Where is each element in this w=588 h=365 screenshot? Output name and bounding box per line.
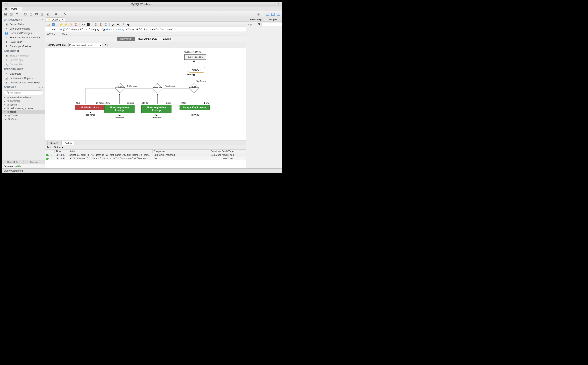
reconnect-icon[interactable] (62, 12, 67, 17)
tab-explain[interactable]: Explain (160, 37, 174, 41)
expand-schemas-icon[interactable]: ⇲ (41, 86, 43, 89)
node-key: PRIMARY (141, 117, 171, 119)
create-schema-icon[interactable] (23, 12, 28, 17)
output-row[interactable]: ✓209:18:55EXPLAIN select `a`.`actor_id` … (45, 157, 246, 160)
chevron-right-icon[interactable]: ▶ (4, 97, 6, 98)
sidebar-item-data-import-restore[interactable]: ⬇Data Import/Restore (2, 44, 45, 49)
help-toggle-icon[interactable] (253, 23, 256, 26)
tab-query-plan[interactable]: Query Plan (117, 37, 135, 41)
save-plan-icon[interactable] (104, 43, 108, 47)
toggle-right-panel-icon[interactable] (276, 12, 281, 17)
limit-rows-icon[interactable] (104, 22, 108, 27)
connection-tab[interactable]: mylab × (9, 7, 22, 11)
sidebar-item-data-export[interactable]: ⬆Data Export (2, 40, 45, 44)
chevron-right-icon[interactable]: ▶ (4, 104, 6, 106)
create-view-icon[interactable] (34, 12, 39, 17)
group-node[interactable]: GROUP (188, 67, 205, 73)
tab-snippets[interactable]: Snippets (264, 17, 282, 21)
settings-icon[interactable] (256, 12, 261, 17)
autocommit-off-icon[interactable] (99, 22, 103, 27)
invisible-chars-icon[interactable]: ¶ (121, 22, 125, 27)
create-table-icon[interactable] (28, 12, 33, 17)
new-sql-file-icon[interactable] (9, 12, 14, 17)
sidebar-item-server-status[interactable]: ▣Server Status (2, 22, 45, 27)
help-search-input[interactable] (261, 23, 282, 26)
close-query-tab-icon[interactable]: × (62, 18, 63, 21)
help-link-icon[interactable] (257, 23, 260, 26)
tab-raw-explain[interactable]: Raw Explain Data (135, 37, 160, 41)
save-file-icon[interactable] (51, 22, 56, 27)
rollback-icon[interactable] (86, 22, 91, 27)
nested-loop-node[interactable]: nested loop (189, 83, 199, 93)
chevron-right-icon[interactable]: ▶ (5, 115, 7, 117)
output-row[interactable]: ✓109:18:40select `a`.`actor_id` AS `acto… (45, 153, 246, 157)
toggle-left-panel-icon[interactable] (265, 12, 270, 17)
tab-result-1[interactable]: Result 1 (48, 141, 62, 145)
node-rows: 200 rows (96, 102, 104, 104)
commit-icon[interactable] (81, 22, 86, 27)
chevron-right-icon[interactable]: ▶ (4, 107, 6, 109)
schema-mysqlslap[interactable]: ▶⊟mysqlslap (2, 99, 45, 103)
sql-editor[interactable]: 1 ● ry` `c` on((`fc`.`category_id` = `c`… (45, 27, 246, 32)
sidebar-item-status-and-system-variables[interactable]: ≡Status and System Variables (2, 35, 45, 40)
execute-current-icon[interactable]: ⚡ (64, 22, 68, 27)
close-tab-icon[interactable]: × (19, 8, 20, 10)
collapse-icon[interactable]: ⇱ (41, 19, 43, 21)
chevron-right-icon[interactable]: ▶ (4, 100, 6, 102)
nested-loop-node[interactable]: nested loop (115, 83, 125, 93)
tab-context-help[interactable]: Context Help (246, 17, 264, 21)
tab-session[interactable]: Session (23, 160, 45, 164)
query-tab[interactable]: ⚡ Query 1 × (46, 17, 65, 21)
tab-object-info[interactable]: Object Info (2, 160, 23, 164)
refresh-icon[interactable]: ⟳ (39, 86, 40, 89)
new-sql-tab-icon[interactable] (3, 12, 8, 17)
node-cost: 763.34 (105, 102, 111, 104)
sidebar-item-server-logs[interactable]: ⚠Server Logs (2, 58, 45, 62)
stop-icon[interactable] (74, 22, 78, 27)
autocommit-on-icon[interactable] (94, 22, 98, 27)
toggle-bottom-panel-icon[interactable] (271, 12, 275, 17)
schema-sakila[interactable]: ▼⊟sakila (2, 110, 45, 114)
query-plan-diagram[interactable]: Query cost: 9603.34 query_block #1 GROUP… (45, 48, 246, 141)
query-block-node[interactable]: query_block #1 (184, 54, 206, 60)
home-icon[interactable] (4, 7, 8, 11)
wrap-icon[interactable] (126, 22, 130, 27)
sidebar-item-client-connections[interactable]: ⇄Client Connections (2, 27, 45, 31)
sql-code[interactable]: ry` `c` on((`fc`.`category_id` = `c`.`ca… (53, 28, 173, 31)
sidebar-item-performance-schema-setup[interactable]: ⚙Performance Schema Setup (2, 80, 45, 85)
forward-icon[interactable]: ▶ (250, 23, 252, 26)
chevron-right-icon[interactable]: ▶ (5, 118, 7, 120)
schema-child-tables[interactable]: ▶▣Tables (2, 114, 45, 117)
sidebar-item-startup-shutdown[interactable]: ▣Startup / Shutdown (2, 53, 45, 58)
nested-loop-node[interactable]: nested loop (152, 83, 163, 93)
cost-info-select[interactable]: Prefix Cost (read + eval) (68, 43, 103, 47)
find-icon[interactable] (116, 22, 121, 27)
explain-icon[interactable] (69, 22, 73, 27)
chevron-down-icon[interactable]: ▼ (4, 111, 6, 113)
plan-node-a[interactable]: 41.0200 rowsFull Index Scanalast_name (75, 105, 105, 116)
execute-icon[interactable]: ⚡ (59, 22, 63, 27)
schema-performance_schema[interactable]: ▶⊟performance_schema (2, 106, 45, 110)
plan-node-c[interactable]: 7003.341 rowUnique Key LookupcPRIMARY (179, 105, 210, 116)
zoom-level[interactable]: 100% ▲▼ (47, 32, 57, 35)
plan-node-fc[interactable]: 3883.341 rowNon-Unique Key LookupfcPRIMA… (141, 105, 171, 119)
create-function-icon[interactable] (45, 12, 50, 17)
open-file-icon[interactable] (46, 22, 51, 27)
schema-filter-input[interactable] (4, 91, 43, 95)
search-table-icon[interactable] (54, 12, 59, 17)
schema-child-views[interactable]: ▶▣Views (2, 117, 45, 121)
sidebar-item-options-file[interactable]: 🔧Options File (2, 62, 45, 67)
sidebar-item-users-and-privileges[interactable]: 👥Users and Privileges (2, 31, 45, 35)
schema-information_schema[interactable]: ▶⊟information_schema (2, 96, 45, 99)
output-type-select[interactable]: Action Output ▲▼ (47, 146, 65, 149)
beautify-icon[interactable] (111, 22, 116, 27)
tab-explain-result[interactable]: Explain (62, 141, 75, 145)
open-inspector-icon[interactable] (14, 12, 19, 17)
schema-nyosm[interactable]: ▶⊟nyosm (2, 103, 45, 106)
expand-icon[interactable] (278, 3, 280, 6)
create-procedure-icon[interactable] (40, 12, 45, 17)
sidebar-item-performance-reports[interactable]: 📊Performance Reports (2, 76, 45, 80)
plan-node-fa[interactable]: 763.3413 rowsNon-Unique Key LookupfaPRIM… (104, 105, 135, 119)
sidebar-item-dashboard[interactable]: ◷Dashboard (2, 71, 45, 76)
back-icon[interactable]: ◀ (247, 23, 249, 26)
